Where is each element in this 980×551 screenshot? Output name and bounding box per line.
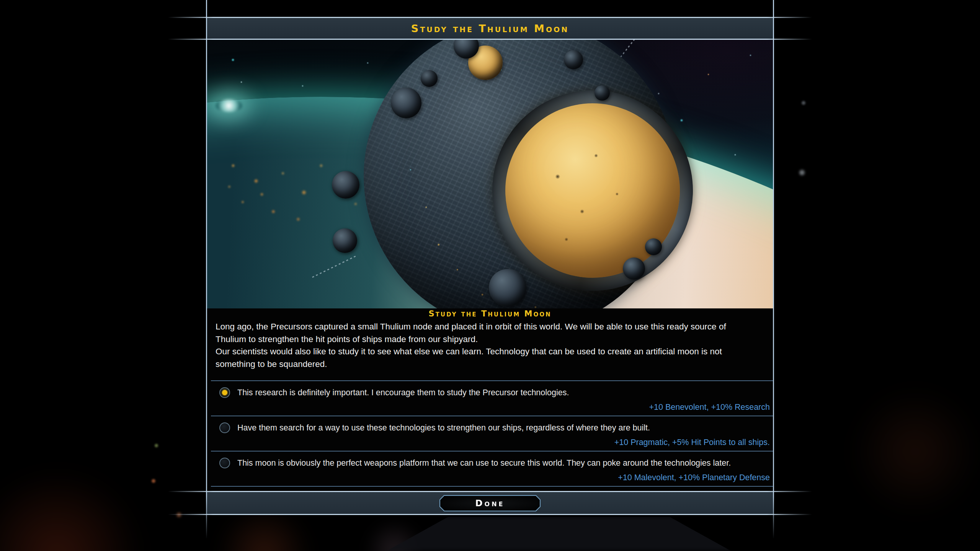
option-group: This research is definitely important. I… [211,381,773,416]
description-paragraph: Long ago, the Precursors captured a smal… [216,321,750,346]
option-row-1[interactable]: This research is definitely important. I… [211,381,773,399]
done-button-face: Done [440,496,540,511]
reward-label: +10 Malevolent, +10% Planetary Defense [618,473,770,483]
background-star-dot [799,170,805,175]
frame-line-top [168,17,812,18]
small-sphere [489,269,526,306]
option-label: This research is definitely important. I… [237,388,569,398]
radio-button[interactable] [219,458,230,468]
event-options-list: This research is definitely important. I… [211,380,773,487]
event-subtitle: Study the Thulium Moon [206,309,774,318]
frame-line-right [773,0,774,539]
background-nebula-blob [214,509,314,551]
small-sphere [333,228,357,253]
reward-label: +10 Benevolent, +10% Research [649,403,770,412]
dialog-footer-bar: Done [206,492,774,515]
frame-line-footer-top [168,491,812,492]
reward-row: +10 Pragmatic, +5% Hit Points to all shi… [211,434,773,451]
option-label: This moon is obviously the perfect weapo… [237,458,731,468]
small-sphere [595,85,610,101]
frame-line-bottom [168,514,812,515]
small-sphere [645,238,662,255]
background-star-dot [802,101,805,105]
small-sphere [564,50,583,69]
game-screen: { "window": { "title": "Study the Thuliu… [0,0,980,551]
option-row-3[interactable]: This moon is obviously the perfect weapo… [211,452,773,469]
radio-button[interactable] [219,387,230,398]
small-sphere [623,258,645,280]
option-label: Have them search for a way to use these … [237,423,650,433]
option-row-2[interactable]: Have them search for a way to use these … [211,416,773,434]
small-sphere [391,88,421,118]
background-nebula-blob [0,474,145,551]
done-button-label: Done [475,498,505,508]
reward-row: +10 Malevolent, +10% Planetary Defense [211,469,773,486]
option-group: Have them search for a way to use these … [211,416,773,452]
frame-line-left [206,0,207,539]
done-button[interactable]: Done [439,495,541,512]
background-star-dot [155,444,158,447]
event-description: Long ago, the Precursors captured a smal… [216,321,750,370]
event-artwork [206,39,774,308]
dialog-title-bar: Study the Thulium Moon [206,18,774,39]
reward-label: +10 Pragmatic, +5% Hit Points to all shi… [614,438,770,447]
background-shape [387,517,731,551]
background-star-dot [152,479,155,483]
small-sphere [421,70,438,87]
description-paragraph: Our scientists would also like to study … [216,346,750,370]
frame-line-header-bottom [168,39,812,40]
small-sphere [332,171,359,199]
option-group: This moon is obviously the perfect weapo… [211,452,773,487]
sun-glare [216,99,242,112]
reward-row: +10 Benevolent, +10% Research [211,399,773,416]
background-nebula-blob [850,390,980,513]
radio-button[interactable] [219,422,230,433]
dialog-title: Study the Thulium Moon [411,23,569,34]
